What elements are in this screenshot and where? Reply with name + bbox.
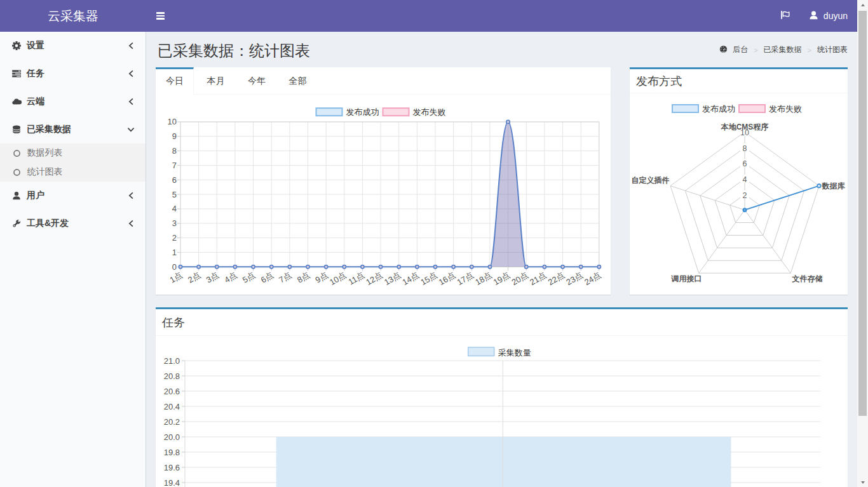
sidebar-label: 工具&开发 [27,218,69,229]
svg-text:发布成功: 发布成功 [702,104,735,114]
tab-row: 今日本月今年全部 [156,67,611,95]
breadcrumb-item[interactable]: 已采集数据 [764,44,802,55]
tab-0[interactable]: 今日 [156,67,194,94]
sidebar-link-4[interactable]: 用户 [0,182,146,210]
svg-text:24点: 24点 [583,270,602,287]
svg-text:2点: 2点 [186,270,202,284]
svg-text:文件存储: 文件存储 [792,274,823,283]
sidebar-link-5[interactable]: 工具&开发 [0,210,146,237]
sidebar-label: 云端 [27,96,44,107]
user-menu-button[interactable]: duyun [799,0,857,32]
page-scrollbar[interactable] [857,0,868,487]
scrollbar-up-button[interactable] [857,0,868,10]
circle-o-icon [13,168,27,177]
svg-text:1点: 1点 [168,270,184,284]
sidebar-subitem-3-1[interactable]: 统计图表 [0,163,146,182]
breadcrumb-item: 统计图表 [817,44,848,55]
hourly-chart-card: 今日本月今年全部 0123456789101点2点3点4点5点6点7点8点9点1… [156,67,611,295]
angle-down-icon [126,125,135,134]
publish-methods-card: 发布方式 246810本地CMS程序数据库文件存储调用接口自定义插件发布成功发布… [630,67,848,295]
svg-text:6: 6 [743,159,747,168]
sidebar-link-1[interactable]: 任务 [0,60,146,88]
svg-text:15点: 15点 [419,270,438,287]
svg-text:19点: 19点 [492,270,512,287]
sidebar-label: 设置 [27,40,44,51]
svg-text:12点: 12点 [364,270,384,287]
svg-text:采集数量: 采集数量 [498,348,531,357]
svg-text:9: 9 [172,131,177,141]
sidebar-sublabel: 统计图表 [27,166,63,178]
svg-text:6点: 6点 [259,270,275,284]
scrollbar-down-button[interactable] [857,477,868,487]
svg-text:7: 7 [172,161,177,170]
svg-text:5点: 5点 [241,270,257,284]
flag-menu-button[interactable] [771,0,799,32]
sidebar-item-3: 已采集数据数据列表统计图表 [0,116,146,182]
scrollbar-thumb[interactable] [858,11,867,416]
sidebar-label: 用户 [27,190,44,201]
svg-text:21.0: 21.0 [164,356,180,366]
svg-text:19.8: 19.8 [164,448,180,457]
brand-logo[interactable]: 云采集器 [0,0,146,32]
dashboard-icon [719,45,728,55]
page-title: 已采集数据：统计图表 [158,41,310,61]
sidebar-item-1: 任务 [0,60,146,88]
svg-text:3: 3 [172,218,177,228]
sidebar-link-0[interactable]: 设置 [0,32,146,60]
sidebar-item-2: 云端 [0,88,146,116]
svg-text:7点: 7点 [277,270,293,284]
hamburger-icon [156,11,165,20]
sidebar-item-0: 设置 [0,32,146,60]
tasks-bar-chart: 21.020.820.620.420.220.019.819.619.419.2… [156,336,848,487]
svg-text:本地CMS程序: 本地CMS程序 [721,122,769,131]
svg-text:20.0: 20.0 [164,432,180,442]
circle-o-icon [13,149,27,157]
breadcrumb-item: 后台 [733,44,748,55]
tab-3[interactable]: 全部 [279,67,317,94]
angle-left-icon [126,41,135,50]
svg-text:调用接口: 调用接口 [671,274,702,283]
sidebar-subitem-3-0[interactable]: 数据列表 [0,143,146,163]
sidebar-sublabel: 数据列表 [27,147,63,159]
svg-text:11点: 11点 [346,270,365,286]
svg-text:20点: 20点 [510,270,529,287]
svg-text:4点: 4点 [222,270,238,284]
svg-text:6: 6 [172,175,177,184]
sidebar-link-2[interactable]: 云端 [0,88,146,116]
wrench-icon [12,219,27,228]
svg-text:20.8: 20.8 [164,371,180,381]
user-icon [809,10,818,22]
user-name: duyun [824,11,848,21]
svg-text:9点: 9点 [314,270,330,284]
angle-left-icon [126,97,135,106]
svg-text:21点: 21点 [528,270,548,287]
svg-text:3点: 3点 [205,270,220,284]
navbar: 云采集器 duyun [0,0,857,32]
svg-text:8点: 8点 [295,270,311,284]
svg-text:10: 10 [168,117,177,126]
svg-text:发布失败: 发布失败 [413,107,446,117]
tasks-card: 任务 21.020.820.620.420.220.019.819.619.41… [156,307,848,487]
tab-2[interactable]: 今年 [238,67,276,94]
svg-text:20.6: 20.6 [164,387,180,396]
tasks-icon [12,69,27,78]
tab-1[interactable]: 本月 [197,67,235,94]
sidebar-label: 任务 [27,68,44,79]
svg-text:19.6: 19.6 [164,463,180,472]
breadcrumb-home[interactable]: 后台 [719,44,748,55]
sidebar-toggle-button[interactable] [146,0,175,32]
flag-icon [780,10,790,22]
sidebar-submenu: 数据列表统计图表 [0,143,146,182]
gear-icon [12,41,27,50]
breadcrumb: 后台>已采集数据>统计图表 [719,44,848,55]
svg-text:5: 5 [172,189,177,199]
tasks-card-title: 任务 [162,317,185,328]
svg-text:22点: 22点 [546,270,566,287]
user-icon [12,191,27,200]
svg-text:13点: 13点 [383,270,402,287]
sidebar-link-3[interactable]: 已采集数据 [0,116,146,143]
svg-text:发布失败: 发布失败 [769,104,802,114]
brand-title: 云采集器 [48,8,98,25]
svg-text:8: 8 [172,146,177,156]
svg-text:2: 2 [743,191,747,200]
